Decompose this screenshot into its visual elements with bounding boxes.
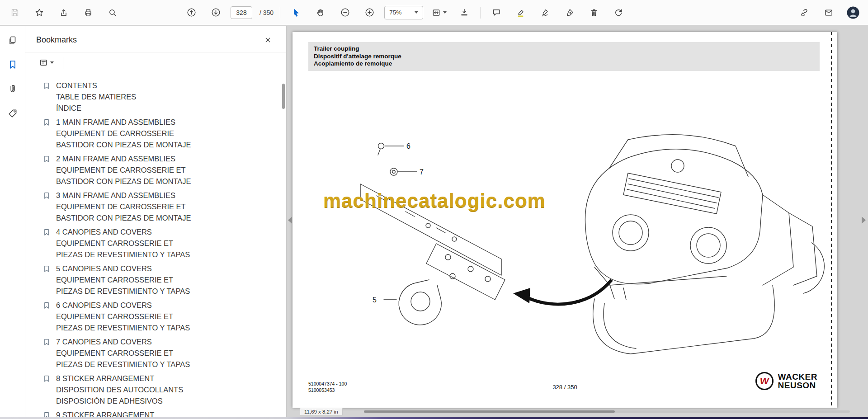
page-down-icon — [211, 7, 221, 18]
left-rail — [0, 26, 25, 417]
bookmark-line: EQUIPEMENT CARROSSERIE ET — [56, 274, 190, 286]
star-button[interactable] — [30, 4, 49, 21]
email-button[interactable] — [819, 4, 838, 21]
bookmark-line: 7 CANOPIES AND COVERS — [56, 336, 190, 348]
close-panel-button[interactable] — [261, 33, 274, 47]
zoom-in-button[interactable] — [360, 4, 379, 21]
bookmark-item-chapter-1[interactable]: 1 MAIN FRAME AND ASSEMBLIES EQUIPEMENT D… — [25, 115, 286, 152]
bookmark-line: 9 STICKER ARRANGEMENT — [56, 410, 154, 417]
print-button[interactable] — [79, 4, 98, 21]
horizontal-scrollbar-thumb[interactable] — [364, 410, 615, 413]
crop-mark-dashed-line — [831, 32, 832, 408]
fill-sign-button[interactable] — [560, 4, 579, 21]
highlight-button[interactable] — [511, 4, 530, 21]
annotation-tools-group — [487, 4, 628, 21]
bookmark-item-chapter-6[interactable]: 6 CANOPIES AND COVERS EQUIPEMENT CARROSS… — [25, 298, 286, 335]
bookmark-item-chapter-7[interactable]: 7 CANOPIES AND COVERS EQUIPEMENT CARROSS… — [25, 335, 286, 372]
brand-emblem: W — [755, 372, 774, 390]
bookmark-line: EQUIPEMENT DE CARROSSERIE — [56, 128, 191, 139]
bookmark-line: 4 CANOPIES AND COVERS — [56, 226, 190, 238]
collapse-panel-left-arrow[interactable] — [288, 217, 292, 224]
fit-width-icon — [431, 8, 441, 18]
bookmark-line: BASTIDOR CON PIEZAS DE MONTAJE — [56, 176, 191, 187]
panel-scrollbar-thumb[interactable] — [282, 84, 285, 109]
bookmark-ribbon-icon — [42, 228, 51, 260]
bookmark-item-chapter-3[interactable]: 3 MAIN FRAME AND ASSEMBLIES EQUIPEMENT D… — [25, 188, 286, 225]
bookmark-ribbon-icon — [42, 375, 51, 407]
bookmark-line: EQUIPEMENT CARROSSERIE ET — [56, 238, 190, 249]
zoom-level-dropdown[interactable]: 75% — [384, 6, 423, 19]
brand-line-1: WACKER — [778, 372, 817, 381]
hand-icon — [316, 8, 326, 18]
bookmarks-icon — [7, 59, 18, 70]
select-cursor-icon — [291, 8, 301, 18]
bookmark-line: 1 MAIN FRAME AND ASSEMBLIES — [56, 117, 191, 128]
select-tool-button[interactable] — [287, 4, 306, 21]
bookmark-item-contents[interactable]: CONTENTS TABLE DES MATIERES ÍNDICE — [25, 79, 286, 115]
trash-icon — [589, 8, 599, 18]
fit-width-dropdown[interactable] — [429, 4, 449, 21]
draw-button[interactable] — [536, 4, 555, 21]
bookmark-line: ÍNDICE — [56, 103, 136, 114]
page-navigation-group: / 350 — [182, 4, 274, 21]
vertical-divider — [63, 57, 63, 69]
search-button[interactable] — [103, 4, 122, 21]
scroll-mode-button[interactable] — [455, 4, 474, 21]
avatar-icon — [846, 6, 860, 19]
collapse-panel-right-arrow[interactable] — [862, 217, 866, 224]
toolbar-separator — [280, 7, 280, 19]
bookmark-options-button[interactable] — [36, 54, 57, 71]
save-icon — [10, 8, 20, 18]
zoom-out-button[interactable] — [335, 4, 354, 21]
bookmark-line: 8 STICKER ARRANGEMENT — [56, 373, 183, 384]
print-icon — [83, 8, 93, 18]
callout-label-6: 6 — [406, 142, 410, 150]
bookmark-item-chapter-2[interactable]: 2 MAIN FRAME AND ASSEMBLIES EQUIPEMENT D… — [25, 152, 286, 188]
bookmark-ribbon-icon — [42, 82, 51, 114]
bookmark-line: DISPOSITION DES AUTOCOLLANTS — [56, 384, 183, 395]
bookmark-item-chapter-8[interactable]: 8 STICKER ARRANGEMENT DISPOSITION DES AU… — [25, 372, 286, 408]
page-number-input[interactable] — [231, 6, 252, 19]
star-icon — [34, 8, 44, 18]
bookmark-line: TABLE DES MATIERES — [56, 91, 136, 103]
search-icon — [108, 8, 118, 18]
watermark-text: machinecatalogic.com — [323, 189, 546, 212]
chevron-down-icon — [50, 61, 54, 64]
comment-button[interactable] — [487, 4, 506, 21]
bookmark-line: PIEZAS DE REVESTIMIENTO Y TAPAS — [56, 322, 190, 334]
rail-bookmarks-button[interactable] — [4, 56, 22, 74]
draw-pencil-icon — [540, 8, 550, 18]
bookmark-item-chapter-9[interactable]: 9 STICKER ARRANGEMENT — [25, 408, 286, 417]
share-icon — [59, 8, 69, 18]
profile-button[interactable] — [844, 4, 863, 21]
bookmark-line: 5 CANOPIES AND COVERS — [56, 263, 190, 274]
bookmark-item-chapter-5[interactable]: 5 CANOPIES AND COVERS EQUIPEMENT CARROSS… — [25, 262, 286, 298]
brand-logo: W WACKER NEUSON — [755, 372, 817, 390]
rail-attachments-button[interactable] — [4, 80, 22, 98]
next-page-button[interactable] — [206, 4, 225, 21]
document-viewport[interactable]: Trailer coupling Dispositif d'attelage r… — [287, 26, 868, 417]
chevron-down-icon — [415, 11, 418, 14]
rail-pages-button[interactable] — [4, 31, 22, 49]
bookmark-ribbon-icon — [42, 338, 51, 370]
bookmark-ribbon-icon — [42, 155, 51, 187]
bookmark-line: PIEZAS DE REVESTIMIENTO Y TAPAS — [56, 286, 190, 297]
previous-page-button[interactable] — [182, 4, 201, 21]
hand-tool-button[interactable] — [311, 4, 330, 21]
link-icon — [799, 8, 809, 18]
bookmark-line: CONTENTS — [56, 80, 136, 91]
bookmark-item-chapter-4[interactable]: 4 CANOPIES AND COVERS EQUIPEMENT CARROSS… — [25, 225, 286, 262]
share-button[interactable] — [54, 4, 73, 21]
bookmark-ribbon-icon — [42, 192, 51, 224]
options-icon — [39, 58, 48, 67]
rail-tags-button[interactable] — [4, 104, 22, 122]
bookmark-line: EQUIPEMENT DE CARROSSERIE ET — [56, 165, 191, 176]
refresh-button[interactable] — [609, 4, 628, 21]
top-toolbar: / 350 75% — [0, 0, 868, 25]
scroll-mode-icon — [459, 8, 469, 18]
delete-button[interactable] — [585, 4, 604, 21]
share-link-button[interactable] — [795, 4, 814, 21]
zoom-out-icon — [340, 7, 350, 18]
save-button[interactable] — [5, 4, 24, 21]
bookmark-ribbon-icon — [42, 265, 51, 297]
